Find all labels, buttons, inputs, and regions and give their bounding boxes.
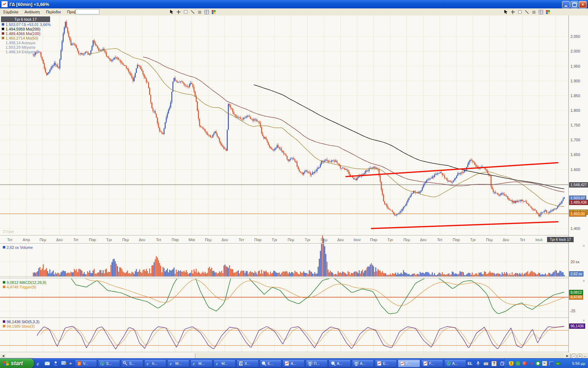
messenger-icon[interactable]: [52, 360, 59, 367]
legend-swatch: [3, 320, 5, 323]
taskbar-button-label: X...: [245, 361, 251, 366]
date-axis-label: Τρι: [470, 238, 475, 242]
crosshair-tool-icon[interactable]: [176, 9, 181, 15]
update-ball-icon[interactable]: [522, 361, 527, 366]
volume-pane[interactable]: [0, 244, 568, 278]
layers-tool-icon[interactable]: [531, 9, 537, 15]
taskbar-button-label: A...: [360, 361, 366, 366]
legend-text: 2,62 εκ Volume: [7, 245, 33, 250]
taskbar-button[interactable]: S...: [121, 360, 143, 367]
messenger-offline-icon[interactable]: [515, 361, 520, 366]
price-tag: 1.450,00: [569, 211, 586, 217]
antivirus-eye-icon[interactable]: [555, 361, 560, 366]
menu-item-Περίοδοι[interactable]: Περίοδοι: [43, 9, 64, 15]
close-pane-icon[interactable]: ×: [582, 319, 586, 323]
panels-tool-icon[interactable]: [204, 9, 209, 15]
fit-width-button[interactable]: ↔: [583, 354, 587, 358]
clock[interactable]: 5:56 μμ: [572, 361, 585, 366]
chart-icon: [423, 361, 428, 366]
taskbar-button[interactable]: A...: [329, 360, 351, 367]
menu-item-Σύμβολα[interactable]: Σύμβολα: [0, 9, 21, 15]
pointer-tool-icon[interactable]: [169, 9, 174, 15]
close-button[interactable]: ×: [579, 1, 587, 8]
taskbar-button[interactable]: WX...: [237, 360, 259, 367]
price-tick-label: 1.400: [570, 226, 580, 231]
taskbar-button[interactable]: S...: [98, 360, 120, 367]
minimize-button[interactable]: [562, 1, 570, 8]
taskbar-button[interactable]: eM...: [214, 360, 236, 367]
security-alert-icon[interactable]: !: [509, 361, 514, 366]
help-icon[interactable]: ?: [491, 361, 497, 366]
legend-text: 1.503,07 ΓΔ +53,01 3,66%: [6, 22, 51, 27]
legend-row: 1.494,5959 Μα(200): [1, 27, 51, 31]
taskbar-button[interactable]: E...: [260, 360, 282, 367]
taskbar-button[interactable]: eh...: [144, 360, 166, 367]
taskbar-button[interactable]: eM...: [167, 360, 189, 367]
trigger-legend: 4,4749 Trigger(9): [2, 285, 36, 289]
internet-explorer-icon[interactable]: e: [36, 360, 42, 367]
menu-item-Ανάλυση[interactable]: Ανάλυση: [21, 9, 43, 15]
spybot-ring-icon[interactable]: [535, 361, 540, 366]
crosshair-tool-icon[interactable]: [510, 9, 516, 15]
taskbar-button[interactable]: eM...: [190, 360, 212, 367]
date-axis-label: Δευ: [139, 238, 145, 242]
outlook-express-icon[interactable]: [44, 360, 50, 367]
legend-row: 1.489,4366 Μα(100): [1, 31, 51, 36]
macd-pane[interactable]: [0, 279, 568, 318]
language-indicator[interactable]: EL: [468, 361, 472, 366]
nod32-box-icon[interactable]: N: [542, 361, 547, 366]
zoom-box-tool-icon[interactable]: [183, 9, 188, 15]
date-axis-label: Πεμ: [486, 238, 493, 242]
legend-swatch: [2, 23, 4, 26]
taskbar-button-label: M...: [222, 361, 228, 366]
maximize-button[interactable]: [570, 1, 578, 8]
trendline-tool-icon[interactable]: [524, 9, 530, 15]
stochastic-tag: 96,1436: [569, 323, 585, 329]
legend-row: 1.503,07 ΓΔ +53,01 3,66%: [1, 22, 51, 27]
palette-tool-icon[interactable]: [211, 9, 216, 15]
taskbar-button[interactable]: F...: [421, 360, 443, 367]
trendline-tool-icon[interactable]: [190, 9, 195, 15]
keyboard-icon[interactable]: [483, 361, 489, 366]
chevron-icon[interactable]: »: [69, 361, 72, 366]
zoom-box-tool-icon[interactable]: [517, 9, 523, 15]
taskbar-button[interactable]: Γ...: [398, 360, 420, 367]
show-desktop-icon[interactable]: [61, 360, 67, 367]
start-button[interactable]: start: [0, 359, 34, 368]
stochastic-pane[interactable]: [0, 318, 568, 352]
date-axis-label: Πεμ: [122, 238, 129, 242]
date-axis-label: Πεμ: [403, 238, 410, 242]
symbol-input[interactable]: [76, 9, 99, 14]
slow-legend: 94,1985 Slow(3): [2, 324, 35, 328]
date-axis-label: Δευ: [420, 238, 426, 242]
taskbar-button[interactable]: A...: [282, 360, 304, 367]
close-pane-icon[interactable]: ×: [582, 244, 586, 248]
palette-tool-icon[interactable]: [545, 9, 551, 15]
date-axis-label: Τετ: [156, 238, 161, 242]
toolbar-options-icon[interactable]: [499, 361, 505, 366]
heart-icon[interactable]: ♥: [528, 361, 534, 366]
chart-legend: Τρι 6 Ιουλ 17 1.503,07 ΓΔ +53,01 3,66%1.…: [1, 16, 51, 54]
taskbar-button[interactable]: Π...: [306, 360, 328, 367]
system-tray: 5:56 μμ !♥N: [505, 359, 588, 368]
pointer-tool-icon[interactable]: [503, 9, 509, 15]
legend-row: 1.456,2714 Μα(50): [1, 36, 51, 40]
layers-tool-icon[interactable]: [197, 9, 202, 15]
taskbar-button[interactable]: A...: [444, 360, 466, 367]
pane-separator: [0, 278, 568, 279]
date-axis-label: Τετ: [437, 238, 442, 242]
trigger-tag: 4,4749: [569, 294, 583, 300]
network-flag-icon[interactable]: [548, 361, 554, 366]
price-pane[interactable]: [0, 15, 568, 236]
close-pane-icon[interactable]: ×: [582, 279, 586, 284]
start-label: start: [11, 360, 23, 367]
taskbar-button[interactable]: A...: [352, 360, 374, 367]
panels-tool-icon[interactable]: [538, 9, 544, 15]
word-doc-icon: W: [238, 361, 244, 366]
taskbar-button[interactable]: E...: [375, 360, 397, 367]
taskbar-button[interactable]: V...: [75, 360, 97, 367]
pane-separator: [0, 235, 568, 236]
price-tick-label: 2.050: [570, 34, 580, 39]
monitor-icon: [354, 361, 359, 366]
microphone-icon[interactable]: [475, 361, 481, 366]
